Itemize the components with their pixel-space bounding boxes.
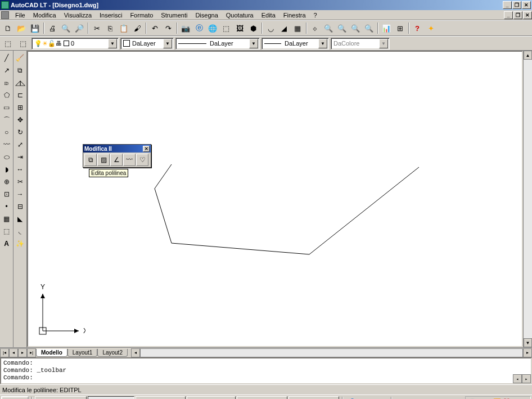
open-icon[interactable]: 📂 [15, 22, 28, 34]
close-button[interactable]: ✕ [522, 1, 531, 9]
task-autocad2[interactable]: 📐AutoCAD - [... [136, 396, 186, 400]
browser-icon[interactable]: ⓔ [193, 22, 205, 34]
redo-icon[interactable]: ↷ [162, 22, 174, 34]
hatch-icon[interactable]: ▦ [1, 213, 12, 225]
explode-icon[interactable]: ✨ [15, 238, 26, 249]
spline-icon[interactable]: 〰 [1, 139, 12, 150]
region-icon[interactable]: ⬚ [1, 226, 12, 237]
tab-layout2[interactable]: Layout2 [97, 349, 128, 357]
snap-from-icon[interactable]: ◢ [278, 22, 290, 34]
polygon-icon[interactable]: ⬠ [1, 89, 12, 101]
print-icon[interactable]: 🖨 [46, 22, 58, 34]
ucs-icon[interactable]: ▦ [291, 22, 304, 34]
ellipse-arc-icon[interactable]: ◗ [1, 164, 12, 175]
insert-block-icon[interactable]: ⊕ [1, 176, 12, 187]
modifica2-toolbar[interactable]: Modifica II ✕ ⧉ ▨ ∠ 〰 ♡ [83, 144, 151, 168]
find-icon[interactable]: 🔎 [73, 22, 85, 34]
menu-edita[interactable]: Edita [258, 11, 279, 20]
properties-icon[interactable]: 📊 [380, 22, 393, 34]
chevron-down-icon[interactable]: ▼ [108, 39, 117, 48]
command-window[interactable]: Comando: Comando: _toolbar Comando: ◂ ▸ [0, 357, 532, 384]
menu-finestra[interactable]: Finestra [279, 11, 310, 20]
task-coreldraw[interactable]: 🎨CorelDRAW ... [35, 396, 87, 400]
print-preview-icon[interactable]: 🔍 [60, 22, 72, 34]
edit-spline-icon[interactable]: 〰 [123, 154, 136, 166]
erase-icon[interactable]: 🧹 [15, 52, 26, 64]
tab-layout1[interactable]: Layout1 [67, 349, 98, 357]
paste-icon[interactable]: 📋 [118, 22, 130, 34]
chevron-down-icon[interactable]: ▼ [318, 39, 327, 48]
active-assist-icon[interactable]: ✦ [425, 22, 437, 34]
polyline-icon[interactable]: ⎄ [1, 77, 12, 88]
dbconnect-icon[interactable]: ⬢ [247, 22, 259, 34]
rotate-icon[interactable]: ↻ [15, 127, 26, 138]
rectangle-icon[interactable]: ▭ [1, 102, 12, 113]
construction-line-icon[interactable]: ↗ [1, 65, 12, 76]
new-icon[interactable]: 🗋 [2, 22, 14, 34]
temp-track-icon[interactable]: ◡ [264, 22, 277, 34]
cmd-scroll-right-icon[interactable]: ▸ [522, 374, 531, 383]
layer-prev-icon[interactable]: ⬚ [2, 37, 14, 50]
scroll-left-icon[interactable]: ◂ [131, 348, 140, 357]
quick-desktop-icon[interactable]: 🖥 [360, 396, 373, 400]
text-icon[interactable]: A [1, 238, 12, 249]
tab-nav-prev-icon[interactable]: ◂ [9, 348, 18, 357]
tab-model[interactable]: Modello [36, 349, 67, 357]
quick-app-icon[interactable]: ⊡ [395, 396, 407, 400]
save-icon[interactable]: 💾 [29, 22, 41, 34]
lengthen-icon[interactable]: ↔ [15, 164, 26, 175]
zoom-realtime-icon[interactable]: 🔍 [322, 22, 335, 34]
ellipse-icon[interactable]: ⬭ [1, 151, 12, 163]
circle-icon[interactable]: ○ [1, 127, 12, 138]
fillet-icon[interactable]: ◟ [15, 226, 26, 237]
menu-modifica[interactable]: Modifica [29, 11, 60, 20]
edit-attribute-icon[interactable]: ♡ [136, 154, 148, 166]
extend-icon[interactable]: → [15, 189, 26, 200]
horizontal-scrollbar[interactable]: ◂ ▸ [131, 348, 532, 357]
menu-formato[interactable]: Formato [126, 11, 157, 20]
array-icon[interactable]: ⊞ [15, 102, 26, 113]
menu-help[interactable]: ? [310, 11, 321, 20]
drawing-canvas[interactable]: X Y Modifica II ✕ ⧉ ▨ ∠ 〰 ♡ Edita polili… [27, 51, 523, 347]
image-icon[interactable]: 🖼 [233, 22, 246, 34]
tab-nav-next-icon[interactable]: ▸ [18, 348, 27, 357]
mdi-minimize-button[interactable]: _ [504, 11, 513, 19]
system-tray[interactable]: 🔊 🖥 🛡 📶 ⏰ 17.21 [465, 396, 531, 400]
start-button[interactable]: ⊞Start [1, 396, 29, 400]
move-icon[interactable]: ✥ [15, 114, 26, 125]
offset-icon[interactable]: ⊏ [15, 89, 26, 101]
layer-manager-icon[interactable]: ⬚ [17, 37, 29, 50]
break-icon[interactable]: ⊟ [15, 201, 26, 212]
scroll-up-icon[interactable]: ▲ [524, 51, 532, 60]
insert-hyperlink-icon[interactable]: 🌐 [206, 22, 219, 34]
line-icon[interactable]: ╱ [1, 52, 12, 64]
float-close-button[interactable]: ✕ [143, 146, 150, 152]
tab-nav-first-icon[interactable]: |◂ [0, 348, 9, 357]
match-properties-icon[interactable]: 🖌 [131, 22, 143, 34]
tab-nav-last-icon[interactable]: ▸| [27, 348, 36, 357]
chevron-down-icon[interactable]: ▼ [249, 39, 258, 48]
menu-visualizza[interactable]: Visualizza [60, 11, 96, 20]
menu-inserisci[interactable]: Inserisci [96, 11, 126, 20]
today-icon[interactable]: 📷 [179, 22, 192, 34]
task-globalink[interactable]: 🌐Globalink La... [237, 396, 288, 400]
make-block-icon[interactable]: ⊡ [1, 189, 12, 200]
chamfer-icon[interactable]: ◣ [15, 213, 26, 225]
menu-quotatura[interactable]: Quotatura [222, 11, 258, 20]
mirror-icon[interactable]: ◿◺ [15, 77, 26, 88]
copy-icon[interactable]: ⎘ [104, 22, 116, 34]
mdi-close-button[interactable]: ✕ [523, 11, 532, 19]
vertical-scrollbar[interactable]: ▲ ▼ [523, 51, 532, 347]
trim-icon[interactable]: ✂ [15, 176, 26, 187]
mdi-icon[interactable] [1, 11, 9, 19]
menu-disegna[interactable]: Disegna [191, 11, 222, 20]
task-autocad[interactable]: 📐AutoCAD ... [88, 396, 134, 400]
menu-strumenti[interactable]: Strumenti [157, 11, 191, 20]
edit-hatch-icon[interactable]: ▨ [97, 154, 110, 166]
minimize-button[interactable]: _ [503, 1, 512, 9]
point-icon[interactable]: • [1, 201, 12, 212]
restore-button[interactable]: ❐ [512, 1, 521, 9]
copy-object-icon[interactable]: ⧉ [15, 65, 26, 76]
scroll-right-icon[interactable]: ▸ [523, 348, 532, 357]
polyline-geometry[interactable] [155, 164, 419, 254]
